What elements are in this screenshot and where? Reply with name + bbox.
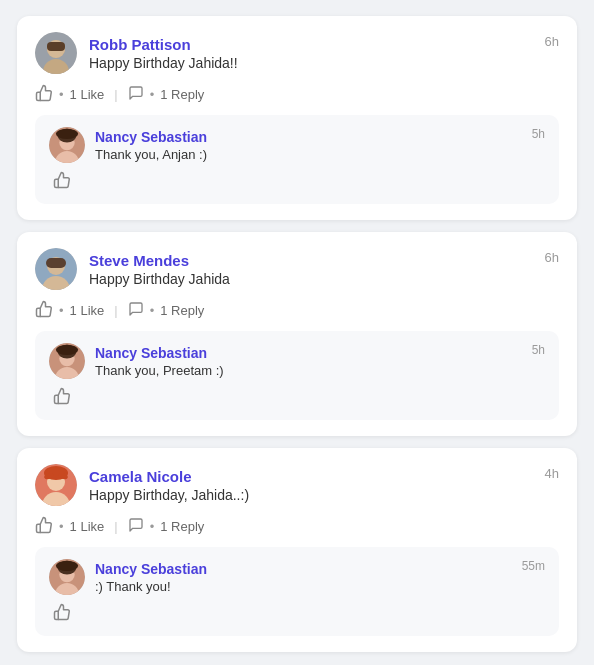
reply-text-0: Thank you, Anjan :): [95, 147, 522, 162]
post-header-2: Camela Nicole Happy Birthday, Jahida..:)…: [35, 464, 559, 506]
reply-section-1: Nancy Sebastian Thank you, Preetam :) 5h: [35, 331, 559, 420]
thumb-icon-1: [35, 300, 53, 321]
feed: Robb Pattison Happy Birthday Jahida!! 6h…: [17, 16, 577, 652]
like-button-2[interactable]: [35, 516, 53, 537]
comment-icon-2: [128, 517, 144, 536]
reply-like-button-1[interactable]: [53, 387, 71, 408]
post-text-2: Happy Birthday, Jahida..:): [89, 487, 533, 503]
svg-rect-13: [46, 258, 66, 268]
reply-count-1: 1 Reply: [160, 303, 204, 318]
reply-time-1: 5h: [532, 343, 545, 357]
reply-section-0: Nancy Sebastian Thank you, Anjan :) 5h: [35, 115, 559, 204]
reply-header-2: Nancy Sebastian :) Thank you! 55m: [49, 559, 545, 595]
post-actions-0: • 1 Like | • 1 Reply: [35, 84, 559, 105]
post-author-0: Robb Pattison: [89, 36, 533, 53]
post-avatar-1: [35, 248, 77, 290]
post-card-2: Camela Nicole Happy Birthday, Jahida..:)…: [17, 448, 577, 652]
reply-like-button-2[interactable]: [53, 603, 71, 624]
dot2-0: •: [150, 87, 155, 102]
divider-0: |: [114, 87, 117, 102]
dot1-1: •: [59, 303, 64, 318]
reply-like-0: [53, 171, 545, 192]
reply-time-0: 5h: [532, 127, 545, 141]
divider-1: |: [114, 303, 117, 318]
post-actions-1: • 1 Like | • 1 Reply: [35, 300, 559, 321]
like-button-1[interactable]: [35, 300, 53, 321]
svg-rect-4: [47, 42, 65, 51]
post-card-1: Steve Mendes Happy Birthday Jahida 6h • …: [17, 232, 577, 436]
reply-like-1: [53, 387, 545, 408]
post-header-1: Steve Mendes Happy Birthday Jahida 6h: [35, 248, 559, 290]
like-count-2: 1 Like: [70, 519, 105, 534]
like-button-0[interactable]: [35, 84, 53, 105]
reply-meta-2: Nancy Sebastian :) Thank you!: [95, 561, 512, 594]
post-actions-2: • 1 Like | • 1 Reply: [35, 516, 559, 537]
like-count-0: 1 Like: [70, 87, 105, 102]
reply-avatar-1: [49, 343, 85, 379]
post-header-0: Robb Pattison Happy Birthday Jahida!! 6h: [35, 32, 559, 74]
post-card-0: Robb Pattison Happy Birthday Jahida!! 6h…: [17, 16, 577, 220]
reply-thumb-icon-1: [53, 387, 71, 408]
post-author-2: Camela Nicole: [89, 468, 533, 485]
thumb-icon-0: [35, 84, 53, 105]
post-text-1: Happy Birthday Jahida: [89, 271, 533, 287]
post-meta-0: Robb Pattison Happy Birthday Jahida!!: [89, 36, 533, 71]
post-author-1: Steve Mendes: [89, 252, 533, 269]
svg-point-18: [56, 345, 78, 355]
reply-time-2: 55m: [522, 559, 545, 573]
reply-header-0: Nancy Sebastian Thank you, Anjan :) 5h: [49, 127, 545, 163]
thumb-icon-2: [35, 516, 53, 537]
reply-section-2: Nancy Sebastian :) Thank you! 55m: [35, 547, 559, 636]
divider-2: |: [114, 519, 117, 534]
reply-thumb-icon-2: [53, 603, 71, 624]
post-text-0: Happy Birthday Jahida!!: [89, 55, 533, 71]
comment-icon-0: [128, 85, 144, 104]
post-meta-2: Camela Nicole Happy Birthday, Jahida..:): [89, 468, 533, 503]
reply-like-button-0[interactable]: [53, 171, 71, 192]
svg-point-9: [56, 129, 78, 139]
reply-thumb-icon-0: [53, 171, 71, 192]
reply-count-0: 1 Reply: [160, 87, 204, 102]
reply-meta-1: Nancy Sebastian Thank you, Preetam :): [95, 345, 522, 378]
svg-point-29: [56, 561, 78, 571]
dot2-2: •: [150, 519, 155, 534]
post-meta-1: Steve Mendes Happy Birthday Jahida: [89, 252, 533, 287]
post-avatar-0: [35, 32, 77, 74]
reply-author-0: Nancy Sebastian: [95, 129, 522, 145]
dot2-1: •: [150, 303, 155, 318]
reply-author-1: Nancy Sebastian: [95, 345, 522, 361]
reply-count-2: 1 Reply: [160, 519, 204, 534]
post-time-0: 6h: [545, 34, 559, 49]
reply-meta-0: Nancy Sebastian Thank you, Anjan :): [95, 129, 522, 162]
reply-header-1: Nancy Sebastian Thank you, Preetam :) 5h: [49, 343, 545, 379]
post-time-2: 4h: [545, 466, 559, 481]
post-time-1: 6h: [545, 250, 559, 265]
reply-avatar-0: [49, 127, 85, 163]
reply-text-2: :) Thank you!: [95, 579, 512, 594]
dot1-0: •: [59, 87, 64, 102]
reply-avatar-2: [49, 559, 85, 595]
comment-icon-1: [128, 301, 144, 320]
like-count-1: 1 Like: [70, 303, 105, 318]
reply-like-2: [53, 603, 545, 624]
reply-text-1: Thank you, Preetam :): [95, 363, 522, 378]
dot1-2: •: [59, 519, 64, 534]
post-avatar-2: [35, 464, 77, 506]
reply-author-2: Nancy Sebastian: [95, 561, 512, 577]
